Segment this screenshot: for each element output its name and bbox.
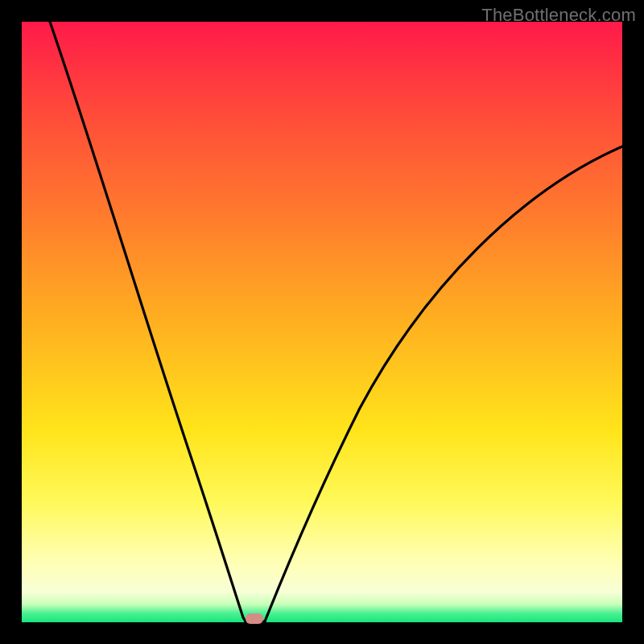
plot-area xyxy=(22,22,622,622)
bottleneck-curve xyxy=(22,22,622,622)
curve-right-branch xyxy=(265,147,622,621)
curve-left-branch xyxy=(50,22,246,621)
watermark-text: TheBottleneck.com xyxy=(481,5,636,26)
optimal-point-marker xyxy=(246,613,263,624)
chart-frame: TheBottleneck.com xyxy=(0,0,644,644)
